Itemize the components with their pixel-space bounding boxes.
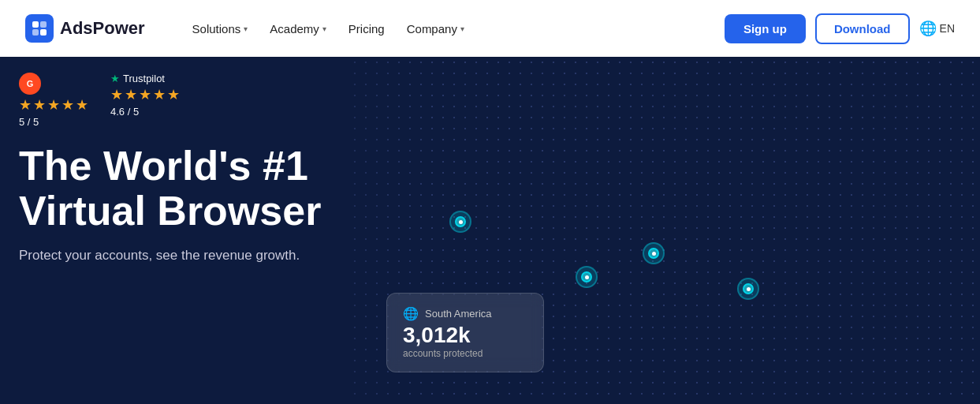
- map-pin-1: [449, 211, 471, 233]
- tp-star-5: ★: [167, 86, 180, 103]
- trustpilot-stars: ★ ★ ★ ★ ★: [110, 86, 180, 103]
- trustpilot-logo: ★ Trustpilot: [110, 73, 165, 84]
- tp-star-4: ★: [153, 86, 166, 103]
- svg-rect-1: [40, 21, 47, 28]
- map-pin-2: [576, 266, 598, 288]
- download-button[interactable]: Download: [815, 13, 910, 44]
- nav-solutions[interactable]: Solutions ▾: [183, 16, 258, 42]
- card-accounts-number: 3,012k: [403, 324, 527, 346]
- language-selector[interactable]: 🌐 EN: [919, 20, 955, 37]
- chevron-down-icon: ▾: [460, 24, 464, 33]
- trustpilot-score: 4.6 / 5: [110, 106, 139, 118]
- trustpilot-star-icon: ★: [110, 73, 120, 84]
- map-pin-4: [737, 278, 759, 300]
- nav-pricing[interactable]: Pricing: [339, 16, 394, 42]
- card-globe-icon: 🌐: [403, 306, 419, 321]
- hero-content: G ★ ★ ★ ★ ★ 5 / 5 ★ Trustpilot ★: [19, 73, 321, 265]
- hero-subtitle: Protect your accounts, see the revenue g…: [19, 246, 319, 265]
- region-info-card: 🌐 South America 3,012k accounts protecte…: [386, 293, 544, 372]
- svg-rect-0: [32, 21, 39, 28]
- g2-badge: G: [19, 73, 41, 95]
- signup-button[interactable]: Sign up: [725, 14, 806, 43]
- star-3: ★: [47, 96, 60, 114]
- nav-company[interactable]: Company ▾: [397, 16, 474, 42]
- navbar: AdsPower Solutions ▾ Academy ▾ Pricing C…: [0, 0, 980, 57]
- card-accounts-label: accounts protected: [403, 348, 527, 359]
- svg-rect-3: [40, 29, 47, 36]
- star-1: ★: [19, 96, 32, 114]
- nav-academy[interactable]: Academy ▾: [260, 16, 336, 42]
- tp-star-2: ★: [125, 86, 137, 103]
- star-5: ★: [76, 96, 88, 114]
- star-4: ★: [61, 96, 74, 114]
- hero-title: The World's #1 Virtual Browser: [19, 144, 321, 234]
- svg-rect-2: [32, 29, 39, 36]
- logo-icon: [25, 14, 54, 43]
- hero-title-line1: The World's #1: [19, 143, 308, 189]
- ratings-row: G ★ ★ ★ ★ ★ 5 / 5 ★ Trustpilot ★: [19, 73, 321, 128]
- star-2: ★: [33, 96, 46, 114]
- hero-section: 🌐 South America 3,012k accounts protecte…: [0, 57, 980, 404]
- card-region-label: South America: [425, 308, 492, 320]
- chevron-down-icon: ▾: [244, 24, 248, 33]
- tp-star-1: ★: [110, 86, 123, 103]
- trustpilot-label: Trustpilot: [123, 73, 165, 84]
- trustpilot-rating: ★ Trustpilot ★ ★ ★ ★ ★ 4.6 / 5: [110, 73, 180, 118]
- logo-text: AdsPower: [60, 18, 145, 39]
- nav-links: Solutions ▾ Academy ▾ Pricing Company ▾: [170, 16, 699, 42]
- nav-actions: Sign up Download 🌐 EN: [725, 13, 955, 44]
- chevron-down-icon: ▾: [322, 24, 326, 33]
- map-pin-3: [643, 242, 665, 264]
- g2-rating: G ★ ★ ★ ★ ★ 5 / 5: [19, 73, 88, 128]
- g2-score: 5 / 5: [19, 116, 39, 128]
- hero-title-line2: Virtual Browser: [19, 188, 321, 234]
- globe-icon: 🌐: [919, 20, 937, 37]
- g2-stars: ★ ★ ★ ★ ★: [19, 96, 88, 114]
- lang-label: EN: [940, 22, 955, 35]
- logo-link[interactable]: AdsPower: [25, 14, 145, 43]
- tp-star-3: ★: [139, 86, 151, 103]
